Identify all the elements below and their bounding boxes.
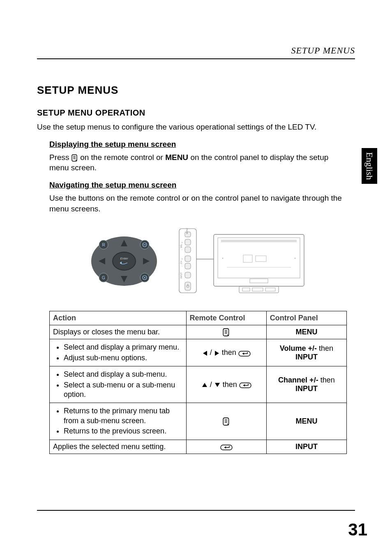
action-item: Select and display a primary menu. bbox=[64, 343, 180, 352]
table-row: Select and display a sub-menu.Select a s… bbox=[50, 366, 347, 403]
remote-cell bbox=[186, 403, 266, 440]
step1-pre: Press bbox=[49, 153, 71, 162]
action-item: Select and display a sub-menu. bbox=[64, 370, 180, 379]
svg-marker-63 bbox=[242, 352, 244, 355]
panel-cell: MENU bbox=[266, 325, 346, 339]
action-item: Select a sub-menu or a sub-menu option. bbox=[64, 380, 180, 400]
remote-cell bbox=[186, 325, 266, 339]
menu-icon bbox=[71, 154, 78, 162]
remote-dpad-illustration: Enter R G bbox=[87, 232, 161, 290]
svg-text:G: G bbox=[102, 276, 105, 280]
menu-icon bbox=[223, 417, 230, 425]
arrow-down-icon bbox=[214, 380, 221, 389]
svg-text:MENU: MENU bbox=[186, 228, 188, 234]
svg-text:R: R bbox=[102, 243, 105, 247]
svg-point-54 bbox=[222, 258, 223, 259]
svg-point-55 bbox=[295, 258, 295, 259]
action-cell: Displays or closes the menu bar. bbox=[50, 325, 187, 339]
illustration-row: Enter R G bbox=[49, 226, 347, 296]
svg-text:+: + bbox=[182, 241, 183, 243]
svg-text:Enter: Enter bbox=[120, 257, 128, 260]
running-header: SETUP MENUS bbox=[37, 45, 355, 56]
svg-point-5 bbox=[113, 252, 136, 270]
table-row: Returns to the primary menu tab from a s… bbox=[50, 403, 347, 440]
panel-cell: INPUT bbox=[266, 440, 346, 454]
step1-text: Press on the remote control or MENU on t… bbox=[49, 152, 347, 173]
svg-marker-65 bbox=[215, 383, 220, 387]
svg-rect-51 bbox=[242, 288, 250, 291]
section-title: SETUP MENUS bbox=[37, 84, 347, 97]
panel-cell: MENU bbox=[266, 403, 346, 440]
svg-rect-49 bbox=[250, 279, 268, 283]
control-panel-illustration: MENU + VOL - + CH - INPUT bbox=[178, 226, 309, 296]
section-subtitle: SETUP MENU OPERATION bbox=[37, 108, 347, 118]
footer-rule bbox=[37, 510, 355, 511]
svg-text:+: + bbox=[182, 257, 183, 260]
svg-rect-27 bbox=[185, 247, 191, 253]
menu-icon bbox=[223, 328, 230, 336]
remote-cell: / then bbox=[186, 366, 266, 403]
step2-heading: Navigating the setup menu screen bbox=[49, 181, 347, 190]
svg-text:VOL: VOL bbox=[180, 244, 182, 248]
action-item: Adjust sub-menu options. bbox=[64, 353, 180, 363]
svg-text:-: - bbox=[182, 248, 182, 251]
intro-paragraph: Use the setup menus to configure the var… bbox=[37, 122, 347, 132]
remote-cell: / then bbox=[186, 339, 266, 366]
page-number: 31 bbox=[348, 520, 367, 540]
action-item: Returns to the previous screen. bbox=[64, 426, 180, 436]
step1-heading: Displaying the setup menu screen bbox=[49, 140, 347, 149]
step1-mid: on the remote control or bbox=[80, 153, 165, 162]
svg-text:-: - bbox=[182, 265, 182, 267]
action-cell: Applies the selected menu setting. bbox=[50, 440, 187, 454]
remote-cell bbox=[186, 440, 266, 454]
svg-text:INPUT: INPUT bbox=[180, 273, 182, 279]
enter-icon bbox=[220, 442, 233, 451]
step2-text: Use the buttons on the remote control or… bbox=[49, 193, 347, 214]
table-row: Applies the selected menu setting.INPUT bbox=[50, 440, 347, 454]
enter-icon bbox=[238, 348, 251, 357]
svg-point-20 bbox=[144, 277, 145, 278]
svg-rect-32 bbox=[185, 263, 191, 269]
action-cell: Select and display a sub-menu.Select a s… bbox=[50, 366, 187, 403]
panel-cell: Volume +/- then INPUT bbox=[266, 339, 346, 366]
svg-marker-73 bbox=[224, 446, 226, 449]
operations-table: Action Remote Control Control Panel Disp… bbox=[49, 311, 347, 454]
action-cell: Select and display a primary menu.Adjust… bbox=[50, 339, 187, 366]
svg-rect-53 bbox=[265, 288, 275, 291]
svg-rect-25 bbox=[185, 239, 191, 245]
panel-cell: Channel +/- then INPUT bbox=[266, 366, 346, 403]
th-panel: Control Panel bbox=[266, 311, 346, 325]
svg-text:CH: CH bbox=[180, 261, 182, 264]
svg-marker-64 bbox=[202, 383, 207, 387]
th-action: Action bbox=[50, 311, 187, 325]
action-cell: Returns to the primary menu tab from a s… bbox=[50, 403, 187, 440]
action-item: Returns to the primary menu tab from a s… bbox=[64, 406, 180, 426]
arrow-left-icon bbox=[202, 348, 208, 357]
th-remote: Remote Control bbox=[186, 311, 266, 325]
svg-rect-50 bbox=[239, 286, 279, 293]
svg-rect-35 bbox=[185, 272, 191, 278]
language-tab: English bbox=[362, 148, 377, 184]
arrow-up-icon bbox=[201, 380, 208, 389]
svg-rect-42 bbox=[218, 238, 300, 278]
table-row: Displays or closes the menu bar.MENU bbox=[50, 325, 347, 339]
svg-rect-52 bbox=[252, 288, 263, 291]
table-row: Select and display a primary menu.Adjust… bbox=[50, 339, 347, 366]
arrow-right-icon bbox=[214, 348, 220, 357]
svg-marker-61 bbox=[215, 351, 219, 356]
header-rule bbox=[37, 58, 355, 59]
enter-icon bbox=[239, 380, 251, 389]
svg-rect-30 bbox=[185, 256, 191, 262]
svg-marker-67 bbox=[243, 384, 245, 387]
step1-menu-word: MENU bbox=[165, 153, 188, 162]
svg-marker-60 bbox=[203, 351, 207, 356]
